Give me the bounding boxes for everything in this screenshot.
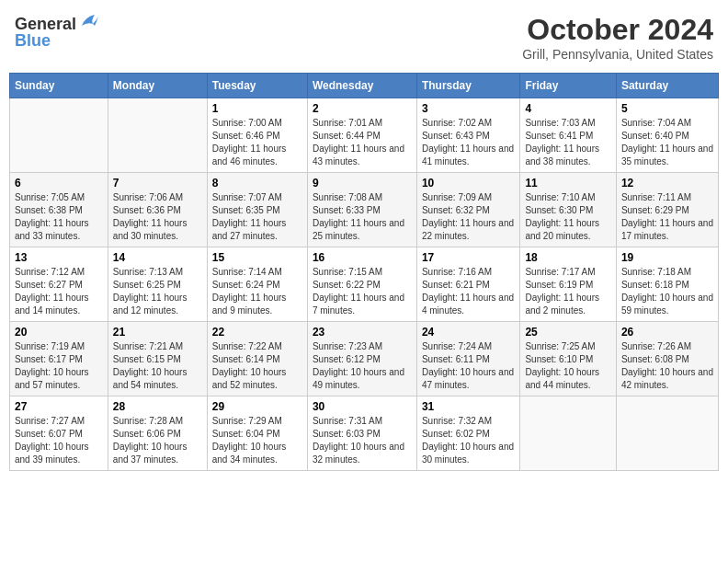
day-info: Sunrise: 7:29 AMSunset: 6:04 PMDaylight:… xyxy=(212,415,302,466)
logo-bird-icon xyxy=(78,13,98,35)
day-info: Sunrise: 7:09 AMSunset: 6:32 PMDaylight:… xyxy=(422,191,515,243)
page-header: General Blue October 2024 Grill, Pennsyl… xyxy=(9,9,719,65)
weekday-header-tuesday: Tuesday xyxy=(207,74,307,98)
day-number: 25 xyxy=(525,326,610,339)
day-info: Sunrise: 7:08 AMSunset: 6:33 PMDaylight:… xyxy=(313,191,412,243)
calendar-cell: 30Sunrise: 7:31 AMSunset: 6:03 PMDayligh… xyxy=(307,396,416,471)
calendar-cell: 24Sunrise: 7:24 AMSunset: 6:11 PMDayligh… xyxy=(416,322,519,396)
calendar-cell: 18Sunrise: 7:17 AMSunset: 6:19 PMDayligh… xyxy=(520,247,616,322)
day-number: 20 xyxy=(15,326,103,339)
location: Grill, Pennsylvania, United States xyxy=(522,47,713,62)
calendar-cell xyxy=(616,396,718,471)
calendar-cell: 27Sunrise: 7:27 AMSunset: 6:07 PMDayligh… xyxy=(10,396,108,471)
day-info: Sunrise: 7:21 AMSunset: 6:15 PMDaylight:… xyxy=(113,340,202,392)
day-info: Sunrise: 7:07 AMSunset: 6:35 PMDaylight:… xyxy=(212,191,302,243)
calendar-cell: 22Sunrise: 7:22 AMSunset: 6:14 PMDayligh… xyxy=(207,322,307,396)
day-number: 17 xyxy=(422,251,515,264)
weekday-header-thursday: Thursday xyxy=(416,74,519,98)
calendar-cell: 5Sunrise: 7:04 AMSunset: 6:40 PMDaylight… xyxy=(616,98,718,173)
day-info: Sunrise: 7:00 AMSunset: 6:46 PMDaylight:… xyxy=(212,117,302,168)
day-number: 31 xyxy=(422,400,515,413)
calendar-cell: 23Sunrise: 7:23 AMSunset: 6:12 PMDayligh… xyxy=(307,322,416,396)
day-info: Sunrise: 7:31 AMSunset: 6:03 PMDaylight:… xyxy=(313,415,412,466)
logo-blue: Blue xyxy=(15,31,51,51)
day-number: 15 xyxy=(212,251,302,264)
calendar-cell: 17Sunrise: 7:16 AMSunset: 6:21 PMDayligh… xyxy=(416,247,519,322)
day-info: Sunrise: 7:26 AMSunset: 6:08 PMDaylight:… xyxy=(621,340,713,392)
calendar-cell xyxy=(10,98,108,173)
calendar-cell: 1Sunrise: 7:00 AMSunset: 6:46 PMDaylight… xyxy=(207,98,307,173)
day-info: Sunrise: 7:14 AMSunset: 6:24 PMDaylight:… xyxy=(212,266,302,317)
day-info: Sunrise: 7:05 AMSunset: 6:38 PMDaylight:… xyxy=(15,191,103,243)
day-info: Sunrise: 7:04 AMSunset: 6:40 PMDaylight:… xyxy=(621,117,713,168)
calendar-cell: 26Sunrise: 7:26 AMSunset: 6:08 PMDayligh… xyxy=(616,322,718,396)
day-number: 24 xyxy=(422,326,515,339)
calendar-cell xyxy=(108,98,207,173)
title-block: October 2024 Grill, Pennsylvania, United… xyxy=(522,13,713,62)
weekday-header-monday: Monday xyxy=(108,74,207,98)
calendar-cell: 19Sunrise: 7:18 AMSunset: 6:18 PMDayligh… xyxy=(616,247,718,322)
calendar-cell: 31Sunrise: 7:32 AMSunset: 6:02 PMDayligh… xyxy=(416,396,519,471)
day-number: 9 xyxy=(313,177,412,190)
calendar-cell: 12Sunrise: 7:11 AMSunset: 6:29 PMDayligh… xyxy=(616,173,718,247)
day-number: 16 xyxy=(313,251,412,264)
calendar-cell: 9Sunrise: 7:08 AMSunset: 6:33 PMDaylight… xyxy=(307,173,416,247)
weekday-header-wednesday: Wednesday xyxy=(307,74,416,98)
day-number: 11 xyxy=(525,177,610,190)
day-info: Sunrise: 7:18 AMSunset: 6:18 PMDaylight:… xyxy=(621,266,713,317)
calendar-cell: 7Sunrise: 7:06 AMSunset: 6:36 PMDaylight… xyxy=(108,173,207,247)
day-number: 18 xyxy=(525,251,610,264)
day-number: 23 xyxy=(313,326,412,339)
day-number: 7 xyxy=(113,177,202,190)
day-number: 5 xyxy=(621,102,713,115)
calendar-cell: 28Sunrise: 7:28 AMSunset: 6:06 PMDayligh… xyxy=(108,396,207,471)
day-info: Sunrise: 7:12 AMSunset: 6:27 PMDaylight:… xyxy=(15,266,103,317)
day-number: 27 xyxy=(15,400,103,413)
day-info: Sunrise: 7:15 AMSunset: 6:22 PMDaylight:… xyxy=(313,266,412,317)
day-number: 19 xyxy=(621,251,713,264)
day-info: Sunrise: 7:32 AMSunset: 6:02 PMDaylight:… xyxy=(422,415,515,466)
day-number: 12 xyxy=(621,177,713,190)
day-number: 30 xyxy=(313,400,412,413)
calendar-cell: 16Sunrise: 7:15 AMSunset: 6:22 PMDayligh… xyxy=(307,247,416,322)
calendar-cell: 25Sunrise: 7:25 AMSunset: 6:10 PMDayligh… xyxy=(520,322,616,396)
day-number: 8 xyxy=(212,177,302,190)
day-number: 21 xyxy=(113,326,202,339)
day-number: 6 xyxy=(15,177,103,190)
day-info: Sunrise: 7:03 AMSunset: 6:41 PMDaylight:… xyxy=(525,117,610,168)
day-number: 26 xyxy=(621,326,713,339)
day-number: 10 xyxy=(422,177,515,190)
calendar-cell: 15Sunrise: 7:14 AMSunset: 6:24 PMDayligh… xyxy=(207,247,307,322)
calendar-cell: 2Sunrise: 7:01 AMSunset: 6:44 PMDaylight… xyxy=(307,98,416,173)
day-info: Sunrise: 7:27 AMSunset: 6:07 PMDaylight:… xyxy=(15,415,103,466)
calendar-cell: 20Sunrise: 7:19 AMSunset: 6:17 PMDayligh… xyxy=(10,322,108,396)
day-info: Sunrise: 7:25 AMSunset: 6:10 PMDaylight:… xyxy=(525,340,610,392)
calendar-cell: 29Sunrise: 7:29 AMSunset: 6:04 PMDayligh… xyxy=(207,396,307,471)
day-number: 14 xyxy=(113,251,202,264)
calendar-table: SundayMondayTuesdayWednesdayThursdayFrid… xyxy=(9,73,719,471)
day-number: 4 xyxy=(525,102,610,115)
day-info: Sunrise: 7:17 AMSunset: 6:19 PMDaylight:… xyxy=(525,266,610,317)
calendar-cell: 8Sunrise: 7:07 AMSunset: 6:35 PMDaylight… xyxy=(207,173,307,247)
calendar-cell: 13Sunrise: 7:12 AMSunset: 6:27 PMDayligh… xyxy=(10,247,108,322)
day-info: Sunrise: 7:13 AMSunset: 6:25 PMDaylight:… xyxy=(113,266,202,317)
calendar-cell: 6Sunrise: 7:05 AMSunset: 6:38 PMDaylight… xyxy=(10,173,108,247)
calendar-cell: 11Sunrise: 7:10 AMSunset: 6:30 PMDayligh… xyxy=(520,173,616,247)
calendar-cell: 4Sunrise: 7:03 AMSunset: 6:41 PMDaylight… xyxy=(520,98,616,173)
day-info: Sunrise: 7:11 AMSunset: 6:29 PMDaylight:… xyxy=(621,191,713,243)
weekday-header-saturday: Saturday xyxy=(616,74,718,98)
day-info: Sunrise: 7:19 AMSunset: 6:17 PMDaylight:… xyxy=(15,340,103,392)
month-title: October 2024 xyxy=(522,13,713,47)
calendar-cell: 21Sunrise: 7:21 AMSunset: 6:15 PMDayligh… xyxy=(108,322,207,396)
day-number: 1 xyxy=(212,102,302,115)
day-number: 28 xyxy=(113,400,202,413)
day-number: 2 xyxy=(313,102,412,115)
day-number: 29 xyxy=(212,400,302,413)
calendar-cell: 14Sunrise: 7:13 AMSunset: 6:25 PMDayligh… xyxy=(108,247,207,322)
weekday-header-friday: Friday xyxy=(520,74,616,98)
day-info: Sunrise: 7:23 AMSunset: 6:12 PMDaylight:… xyxy=(313,340,412,392)
day-number: 22 xyxy=(212,326,302,339)
calendar-cell: 3Sunrise: 7:02 AMSunset: 6:43 PMDaylight… xyxy=(416,98,519,173)
day-info: Sunrise: 7:22 AMSunset: 6:14 PMDaylight:… xyxy=(212,340,302,392)
day-info: Sunrise: 7:28 AMSunset: 6:06 PMDaylight:… xyxy=(113,415,202,466)
